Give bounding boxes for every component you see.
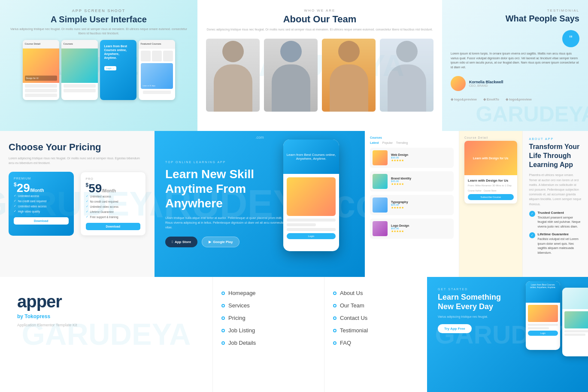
app-card-2: Courses <box>61 40 98 100</box>
course-info-4: Logo Design $55.00 ★★★★★ <box>391 224 409 233</box>
nav-dot-10 <box>333 341 336 345</box>
card-list-1a <box>25 84 57 88</box>
nav-item-faq[interactable]: FAQ <box>333 340 418 346</box>
nav-item-job-details[interactable]: Job Details <box>221 340 315 346</box>
brand-name: apper <box>17 292 195 311</box>
course-detail-card: Learn with Design for Us Learn with Desi… <box>464 141 517 204</box>
nav-dot-7 <box>333 304 336 307</box>
hero-tag: TOP ONLINE LEARNING APP <box>165 161 285 164</box>
nav-item-contact-us[interactable]: Contact Us <box>333 315 418 321</box>
hero-btns:  App Store ▶ Google Play <box>165 237 285 247</box>
nav-dot-2 <box>221 304 225 307</box>
nav-item-services[interactable]: Services <box>221 302 315 309</box>
course-detail-body: Learn with Design for Us From: Mike Abra… <box>464 175 517 204</box>
testimonial-title: What People Says <box>451 14 579 24</box>
about-app-subtitle: ABOUT APP <box>529 137 582 140</box>
nav-item-job-listing[interactable]: Job Listing <box>221 327 315 334</box>
watermark-4: GARUDEYA <box>0 184 155 224</box>
middle-row: GARUDEYA Choose Your Pricing Lorem adipi… <box>0 131 588 277</box>
nav-item-homepage[interactable]: Homepage <box>221 290 315 296</box>
hero-phone-line-2 <box>287 223 316 226</box>
preview-tag: GET STARTED <box>438 288 577 291</box>
tab-popular[interactable]: Popular <box>382 141 393 144</box>
card-header-4: Featured Courses <box>139 40 175 49</box>
team-photo-1 <box>206 39 260 112</box>
course-name-2: Brand Identity <box>391 177 411 180</box>
panel-footer-brand: GARUDEYA apper by Tokopress Application … <box>0 277 212 392</box>
team-photo-3 <box>322 39 376 112</box>
google-play-btn[interactable]: ▶ Google Play <box>202 237 239 247</box>
course-item-2: Brand Identity $45.00 ★★★★★ <box>370 171 454 191</box>
course-info-2: Brand Identity $45.00 ★★★★★ <box>391 177 411 186</box>
nav-label-job-listing: Job Listing <box>228 327 255 334</box>
courses-tabs: Latest Popular Trending <box>370 141 454 144</box>
course-detail-info: From: Mike Abramov 30 Mins to 1 Day <box>468 184 514 187</box>
panel-team: GARUDEYA WHO WE ARE About Our Team Donec… <box>197 0 442 131</box>
try-app-btn[interactable]: Try App Free <box>438 324 472 333</box>
preview-content: GET STARTED Learn SomethingNew Every Day… <box>427 277 588 346</box>
app-store-btn[interactable]:  App Store <box>165 237 197 247</box>
about-feature-1: ✓ Trusted Content Tincidunt praesent sem… <box>529 211 582 229</box>
about-feature-title-2: Lifetime Guarantee <box>538 232 582 236</box>
team-subtitle: WHO WE ARE <box>206 9 433 12</box>
testimonial-subtitle: TESTIMONIAL <box>451 9 579 12</box>
blue-card-btn[interactable]: Login → <box>104 66 117 70</box>
course-stars-3: ★★★★★ <box>391 206 408 210</box>
course-detail-header: Learn with Design for Us <box>464 141 517 175</box>
nav-item-pricing[interactable]: Pricing <box>221 315 315 321</box>
about-app-desc: Pharetra et ultrices neque ornare. Temer… <box>529 173 582 206</box>
about-feature-desc-2: Facilisis volutpat est vel Lorem ipsum d… <box>538 237 582 255</box>
app-screen-subtitle: APP SCREEN SHOOT <box>9 9 189 13</box>
blue-card-title: Learn from Best Courses online, Anywhere… <box>104 44 132 60</box>
course-thumb-2 <box>373 174 388 189</box>
course-stat-store: Course Store <box>484 189 496 192</box>
panel-courses-list: Courses Latest Popular Trending Web Desi… <box>365 131 459 277</box>
nav-list-2: About Us Our Team Contact Us Testimonial… <box>333 290 418 346</box>
card-list-1c <box>25 94 57 97</box>
card-header-1: Course Detail <box>23 40 59 49</box>
preview-title: Learn SomethingNew Every Day <box>438 293 577 311</box>
premium-badge: PREMIUM <box>14 177 69 180</box>
card-img-4: Learn in 15 days <box>141 63 173 89</box>
app-store-label: App Store <box>175 240 191 244</box>
pro-badge: PRO <box>86 177 141 180</box>
nav-item-our-team[interactable]: Our Team <box>333 302 418 309</box>
nav-label-pricing: Pricing <box>228 315 246 321</box>
hero-phone-mockup: Learn from Best Courses online, Anywhere… <box>283 140 339 251</box>
pricing-desc: Lorem adipiscing tristique risus nec feu… <box>9 156 146 165</box>
course-stat-author: Course Author <box>468 189 482 192</box>
app-card-1: Course Detail Design for UI <box>23 40 59 100</box>
team-photo-2 <box>264 39 318 112</box>
panel-app-preview: GARUDEYA GET STARTED Learn SomethingNew … <box>427 277 588 392</box>
hero-phone-screen-text: Learn from Best Courses online, Anywhere… <box>283 151 339 163</box>
panel-testimonial: GARUDEYA TESTIMONIAL What People Says " … <box>442 0 588 131</box>
team-desc: Donec adipiscing tristique risus nec feu… <box>206 27 433 32</box>
course-item-4: Logo Design $55.00 ★★★★★ <box>370 219 454 239</box>
team-photo-4 <box>380 39 433 112</box>
pro-download-btn[interactable]: Download <box>86 223 141 230</box>
course-stars-1: ★★★★★ <box>391 159 408 162</box>
course-name-1: Web Design <box>391 153 408 156</box>
course-item-1: Web Design $30.00 ★★★★★ <box>370 148 454 168</box>
tab-latest[interactable]: Latest <box>370 141 379 144</box>
nav-item-testimonial[interactable]: Testimonial <box>333 327 418 334</box>
nav-label-contact-us: Contact Us <box>340 315 367 321</box>
course-info-1: Web Design $30.00 ★★★★★ <box>391 153 408 162</box>
hero-phone-img <box>287 177 336 216</box>
about-feature-desc-1: Tincidunt praesent semper feugiat nibh s… <box>538 216 582 229</box>
nav-dot-1 <box>221 292 225 295</box>
course-thumb-1 <box>373 150 388 165</box>
panel-pricing: GARUDEYA Choose Your Pricing Lorem adipi… <box>0 131 155 277</box>
apple-icon:  <box>172 240 173 244</box>
card-img-1: Design for UI <box>23 49 59 83</box>
course-thumb-3 <box>373 198 388 213</box>
course-subscribe-btn[interactable]: Subscribe Course <box>468 194 514 200</box>
app-card-3: Learn from Best Courses online, Anywhere… <box>100 40 136 100</box>
tab-trending[interactable]: Trending <box>396 141 408 144</box>
nav-item-about-us[interactable]: About Us <box>333 290 418 296</box>
hero-phone-login-btn[interactable]: Login <box>287 233 336 239</box>
card-list-1b <box>25 89 57 92</box>
course-info-3: Typography $25.00 ★★★★★ <box>391 201 408 210</box>
hero-phone-line-1 <box>287 219 336 222</box>
nav-label-job-details: Job Details <box>228 340 256 346</box>
